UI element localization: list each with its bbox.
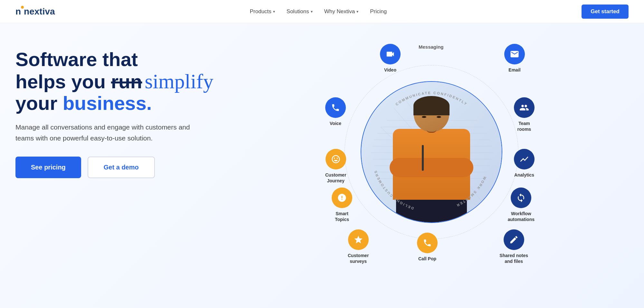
analytics-icon bbox=[514, 149, 535, 169]
nav-links: Products ▾ Solutions ▾ Why Nextiva ▾ Pri… bbox=[250, 8, 387, 15]
wheel-container: COMMUNICATE CONFIDENTLY WORK SMARTER DEL… bbox=[322, 39, 541, 265]
team-rooms-label: Teamrooms bbox=[517, 120, 531, 132]
customer-journey-icon bbox=[326, 149, 346, 169]
chevron-down-icon: ▾ bbox=[273, 9, 275, 14]
hero-left: Software that helps you run simplify you… bbox=[15, 36, 234, 178]
customer-journey-label: CustomerJourney bbox=[325, 172, 346, 184]
voice-icon bbox=[325, 97, 346, 118]
customer-surveys-label: Customersurveys bbox=[348, 253, 369, 264]
team-rooms-icon bbox=[514, 97, 535, 118]
customer-surveys-icon bbox=[348, 229, 369, 250]
analytics-label: Analytics bbox=[514, 172, 534, 178]
logo-dot bbox=[21, 6, 24, 9]
nav-right: Get started bbox=[582, 5, 629, 19]
wheel-item-team-rooms[interactable]: Teamrooms bbox=[514, 97, 535, 132]
hero-buttons: See pricing Get a demo bbox=[15, 157, 234, 178]
logo-text: n bbox=[15, 6, 21, 17]
wheel-item-smart-topics[interactable]: SmartTopics bbox=[332, 188, 352, 222]
hero-subtitle: Manage all conversations and engage with… bbox=[15, 122, 202, 143]
nav-why-nextiva[interactable]: Why Nextiva ▾ bbox=[324, 8, 358, 15]
wheel-item-call-pop[interactable]: Call Pop bbox=[417, 233, 438, 262]
call-pop-label: Call Pop bbox=[418, 256, 436, 262]
get-demo-button[interactable]: Get a demo bbox=[88, 157, 155, 178]
wheel-item-messaging[interactable]: Messaging bbox=[419, 44, 444, 50]
nav-solutions[interactable]: Solutions ▾ bbox=[287, 8, 313, 15]
smart-topics-label: SmartTopics bbox=[335, 211, 349, 222]
navbar: n nextiva Products ▾ Solutions ▾ Why Nex… bbox=[0, 0, 644, 23]
wheel-item-workflow[interactable]: Workflowautomations bbox=[508, 188, 535, 222]
shared-notes-label: Shared notesand files bbox=[499, 253, 528, 264]
wheel-item-customer-surveys[interactable]: Customersurveys bbox=[348, 229, 369, 264]
nav-products[interactable]: Products ▾ bbox=[250, 8, 275, 15]
video-label: Video bbox=[384, 67, 396, 73]
wheel-circle bbox=[361, 81, 502, 223]
wheel-item-analytics[interactable]: Analytics bbox=[514, 149, 535, 178]
chevron-down-icon: ▾ bbox=[311, 9, 313, 14]
person-image bbox=[380, 93, 483, 222]
wheel-item-shared-notes[interactable]: Shared notesand files bbox=[499, 229, 528, 264]
chevron-down-icon: ▾ bbox=[356, 9, 358, 14]
messaging-label: Messaging bbox=[419, 44, 444, 50]
wheel-item-email[interactable]: Email bbox=[504, 44, 525, 73]
hero-section: Software that helps you run simplify you… bbox=[0, 23, 644, 308]
logo[interactable]: n nextiva bbox=[15, 6, 55, 17]
shared-notes-icon bbox=[504, 229, 524, 250]
email-label: Email bbox=[508, 67, 520, 73]
hero-right: COMMUNICATE CONFIDENTLY WORK SMARTER DEL… bbox=[234, 36, 629, 265]
hero-title: Software that helps you run simplify you… bbox=[15, 49, 234, 114]
wheel-item-customer-journey[interactable]: CustomerJourney bbox=[325, 149, 346, 184]
wheel-item-video[interactable]: Video bbox=[380, 44, 401, 73]
nav-pricing[interactable]: Pricing bbox=[370, 8, 387, 15]
call-pop-icon bbox=[417, 233, 438, 253]
run-text: run bbox=[111, 71, 142, 92]
see-pricing-button[interactable]: See pricing bbox=[15, 157, 81, 178]
wheel-item-voice[interactable]: Voice bbox=[325, 97, 346, 126]
video-icon bbox=[380, 44, 401, 64]
workflow-label: Workflowautomations bbox=[508, 211, 535, 222]
get-started-button[interactable]: Get started bbox=[582, 5, 629, 19]
email-icon bbox=[504, 44, 525, 64]
workflow-icon bbox=[511, 188, 531, 208]
voice-label: Voice bbox=[330, 120, 341, 126]
smart-topics-icon bbox=[332, 188, 352, 208]
simplify-text: simplify bbox=[145, 70, 213, 93]
